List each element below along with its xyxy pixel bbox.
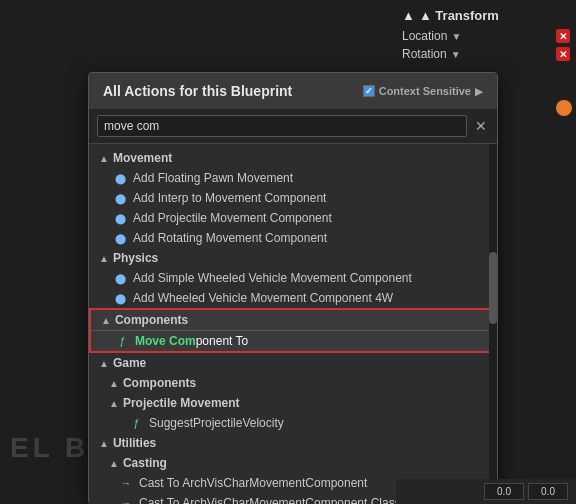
game-components-expand-icon: ▲ <box>109 378 119 389</box>
cast-arrow-icon: → <box>119 476 133 490</box>
physics-expand-icon: ▲ <box>99 253 109 264</box>
transform-panel: ▲ ▲ Transform Location ▼ ✕ Rotation ▼ ✕ <box>396 0 576 73</box>
transform-label: ▲ Transform <box>419 8 499 23</box>
location-x-badge: ✕ <box>556 29 570 43</box>
movement-expand-icon: ▲ <box>99 153 109 164</box>
movement-icon: ⬤ <box>113 191 127 205</box>
location-label: Location ▼ <box>402 29 461 43</box>
search-clear-button[interactable]: ✕ <box>473 118 489 134</box>
cast-arrow-icon: → <box>119 496 133 504</box>
category-movement: ▲ Movement <box>89 148 497 168</box>
list-item[interactable]: ƒ SuggestProjectileVelocity <box>89 413 497 433</box>
scrollbar-track[interactable] <box>489 144 497 504</box>
category-casting: ▲ Casting <box>89 453 497 473</box>
bottom-values-row: 0.0 0.0 <box>404 483 568 500</box>
location-dropdown-icon: ▼ <box>451 31 461 42</box>
list-item[interactable]: ⬤ Add Floating Pawn Movement <box>89 168 497 188</box>
function-icon: ƒ <box>129 416 143 430</box>
blueprint-actions-dialog: All Actions for this Blueprint ✓ Context… <box>88 72 498 504</box>
game-expand-icon: ▲ <box>99 358 109 369</box>
list-item[interactable]: ⬤ Add Projectile Movement Component <box>89 208 497 228</box>
category-physics: ▲ Physics <box>89 248 497 268</box>
bottom-values-panel: 0.0 0.0 <box>396 479 576 504</box>
movement-icon: ⬤ <box>113 271 127 285</box>
movement-icon: ⬤ <box>113 171 127 185</box>
context-sensitive-section[interactable]: ✓ Context Sensitive ▶ <box>363 85 483 97</box>
projectile-expand-icon: ▲ <box>109 398 119 409</box>
context-sensitive-checkbox[interactable]: ✓ <box>363 85 375 97</box>
category-utilities: ▲ Utilities <box>89 433 497 453</box>
highlighted-components-section: ▲ Components ƒ Move Component To <box>89 308 497 353</box>
rotation-x-badge: ✕ <box>556 47 570 61</box>
rotation-dropdown-icon: ▼ <box>451 49 461 60</box>
casting-expand-icon: ▲ <box>109 458 119 469</box>
scrollbar-thumb[interactable] <box>489 252 497 324</box>
function-icon: ƒ <box>115 334 129 348</box>
dialog-title-bar: All Actions for this Blueprint ✓ Context… <box>89 73 497 109</box>
movement-icon: ⬤ <box>113 231 127 245</box>
list-item[interactable]: ⬤ Add Simple Wheeled Vehicle Movement Co… <box>89 268 497 288</box>
transform-arrow-icon: ▲ <box>402 8 415 23</box>
search-bar: ✕ <box>89 109 497 144</box>
actions-list: ▲ Movement ⬤ Add Floating Pawn Movement … <box>89 144 497 504</box>
context-sensitive-label: Context Sensitive <box>379 85 471 97</box>
list-item-move-component-to[interactable]: ƒ Move Component To <box>91 331 495 351</box>
search-input[interactable] <box>97 115 467 137</box>
orange-indicator <box>556 100 572 116</box>
category-components: ▲ Components <box>91 310 495 331</box>
category-game-components: ▲ Components <box>89 373 497 393</box>
category-projectile-movement: ▲ Projectile Movement <box>89 393 497 413</box>
movement-icon: ⬤ <box>113 291 127 305</box>
category-game: ▲ Game <box>89 353 497 373</box>
list-item[interactable]: ⬤ Add Interp to Movement Component <box>89 188 497 208</box>
movement-icon: ⬤ <box>113 211 127 225</box>
list-item[interactable]: ⬤ Add Rotating Movement Component <box>89 228 497 248</box>
dialog-title-text: All Actions for this Blueprint <box>103 83 292 99</box>
rotation-label: Rotation ▼ <box>402 47 461 61</box>
list-item[interactable]: ⬤ Add Wheeled Vehicle Movement Component… <box>89 288 497 308</box>
value-box-1: 0.0 <box>484 483 524 500</box>
utilities-expand-icon: ▲ <box>99 438 109 449</box>
context-sensitive-arrow-icon: ▶ <box>475 86 483 97</box>
rotation-row[interactable]: Rotation ▼ ✕ <box>402 47 570 61</box>
editor-watermark: EL B <box>10 432 89 464</box>
components-expand-icon: ▲ <box>101 315 111 326</box>
location-row[interactable]: Location ▼ ✕ <box>402 29 570 43</box>
value-box-2: 0.0 <box>528 483 568 500</box>
transform-title: ▲ ▲ Transform <box>402 8 570 23</box>
